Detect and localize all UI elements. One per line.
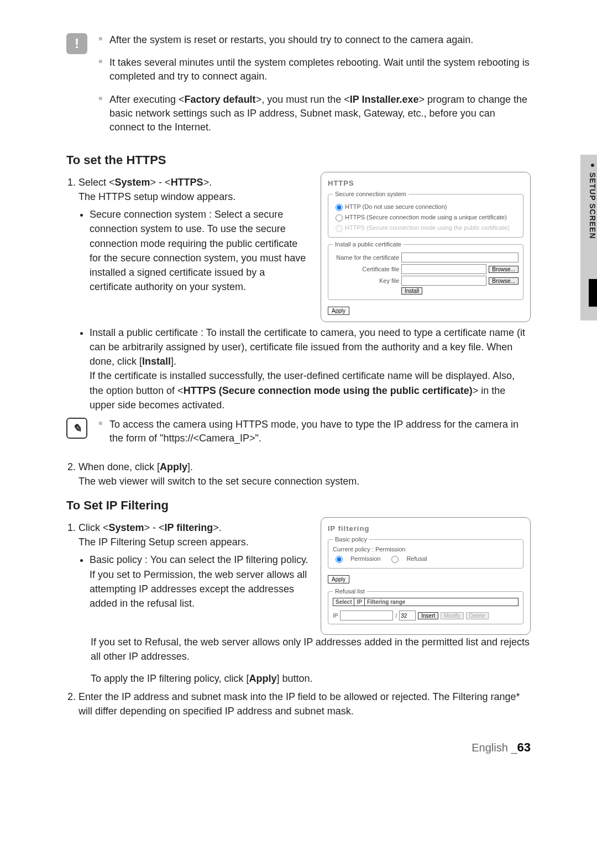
ipfilter-steps-cont: Enter the IP address and subnet mask int… — [66, 690, 531, 718]
refusal-list-legend: Refusal list — [333, 588, 367, 595]
ipfilter-steps: Click <System> - <IP filtering>. The IP … — [66, 520, 310, 611]
caution-icon: ! — [66, 33, 87, 54]
key-file-browse-button[interactable]: Browse... — [489, 277, 519, 285]
radio-https-public[interactable] — [336, 225, 343, 232]
th-range: Filtering range — [365, 598, 518, 606]
caution-item: After executing <Factory default>, you m… — [98, 93, 531, 135]
ipfilter-apply-text: To apply the IP filtering policy, click … — [91, 671, 531, 686]
ipfilter-panel: IP filtering Basic policy Current policy… — [321, 517, 531, 635]
ipfilter-bullet-policy: Basic policy : You can select the IP fil… — [90, 553, 310, 610]
ipfilter-heading: To Set IP Filtering — [66, 498, 531, 513]
radio-refusal-label: Refusal — [406, 555, 427, 562]
https-step-2: When done, click [Apply]. The web viewer… — [78, 460, 531, 488]
delete-button[interactable]: Delete — [466, 612, 489, 619]
https-step-1: Select <System> - <HTTPS>. The HTTPS set… — [78, 175, 310, 294]
radio-https-unique[interactable] — [336, 214, 343, 222]
radio-permission[interactable] — [336, 556, 343, 563]
th-select: Select — [333, 598, 354, 606]
note-item: To access the camera using HTTPS mode, y… — [98, 418, 531, 445]
https-bullet-secure: Secure connection system : Select a secu… — [90, 207, 310, 294]
install-cert-fieldset: Install a public certificate Name for th… — [328, 241, 523, 300]
ipfilter-refusal-text: If you set to Refusal, the web server al… — [91, 636, 530, 662]
https-apply-button[interactable]: Apply — [328, 307, 349, 315]
https-panel-title: HTTPS — [328, 179, 523, 187]
ip-input[interactable] — [340, 611, 393, 620]
install-cert-legend: Install a public certificate — [333, 241, 404, 248]
cert-file-browse-button[interactable]: Browse... — [489, 266, 519, 273]
mask-input[interactable] — [399, 611, 416, 620]
refusal-list-fieldset: Refusal list Select IP Filtering range I… — [328, 588, 523, 624]
note-list: To access the camera using HTTPS mode, y… — [98, 418, 531, 454]
radio-http-label: HTTP (Do not use secure connection) — [345, 203, 447, 210]
cert-name-input[interactable] — [401, 252, 519, 262]
secure-connection-legend: Secure connection system — [333, 191, 409, 197]
page-footer: English _63 — [66, 740, 531, 755]
caution-list: After the system is reset or restarts, y… — [98, 33, 531, 143]
https-heading: To set the HTTPS — [66, 153, 531, 167]
https-bullet-install: Install a public certificate : To instal… — [90, 325, 531, 412]
side-marker — [589, 279, 597, 307]
key-file-input[interactable] — [401, 276, 486, 286]
key-file-label: Key file — [333, 277, 399, 284]
current-policy-label: Current policy : Permission — [333, 546, 519, 553]
ipfilter-panel-title: IP filtering — [328, 524, 523, 533]
radio-permission-label: Permission — [350, 555, 380, 562]
refusal-table-header: Select IP Filtering range — [333, 598, 519, 606]
basic-policy-legend: Basic policy — [333, 536, 369, 543]
radio-http[interactable] — [336, 204, 343, 211]
ipfilter-step-1: Click <System> - <IP filtering>. The IP … — [78, 520, 310, 611]
caution-item: It takes several minutes until the syste… — [98, 56, 531, 83]
cert-file-input[interactable] — [401, 264, 486, 274]
footer-lang: English _ — [472, 741, 517, 754]
insert-button[interactable]: Insert — [418, 612, 438, 619]
th-ip: IP — [354, 598, 364, 606]
secure-connection-fieldset: Secure connection system HTTP (Do not us… — [328, 191, 523, 238]
ip-label: IP — [333, 613, 338, 619]
https-steps-cont: When done, click [Apply]. The web viewer… — [66, 460, 531, 488]
cert-name-label: Name for the certificate — [333, 254, 399, 261]
footer-page: 63 — [517, 740, 531, 754]
slash-label: / — [395, 613, 397, 619]
install-button[interactable]: Install — [401, 287, 422, 294]
ipfilter-step-2: Enter the IP address and subnet mask int… — [78, 690, 531, 718]
https-panel: HTTPS Secure connection system HTTP (Do … — [321, 172, 531, 322]
caution-item: After the system is reset or restarts, y… — [98, 33, 531, 47]
modify-button[interactable]: Modify — [441, 612, 463, 619]
radio-refusal[interactable] — [391, 556, 399, 563]
radio-https-unique-label: HTTPS (Secure connection mode using a un… — [345, 214, 507, 220]
cert-file-label: Certificate file — [333, 266, 399, 272]
basic-policy-fieldset: Basic policy Current policy : Permission… — [328, 536, 523, 569]
ipfilter-apply-button[interactable]: Apply — [328, 575, 349, 583]
https-steps: Select <System> - <HTTPS>. The HTTPS set… — [66, 175, 310, 294]
radio-https-public-label: HTTPS (Secure connection mode using the … — [345, 224, 510, 231]
note-icon: ✎ — [66, 418, 87, 439]
